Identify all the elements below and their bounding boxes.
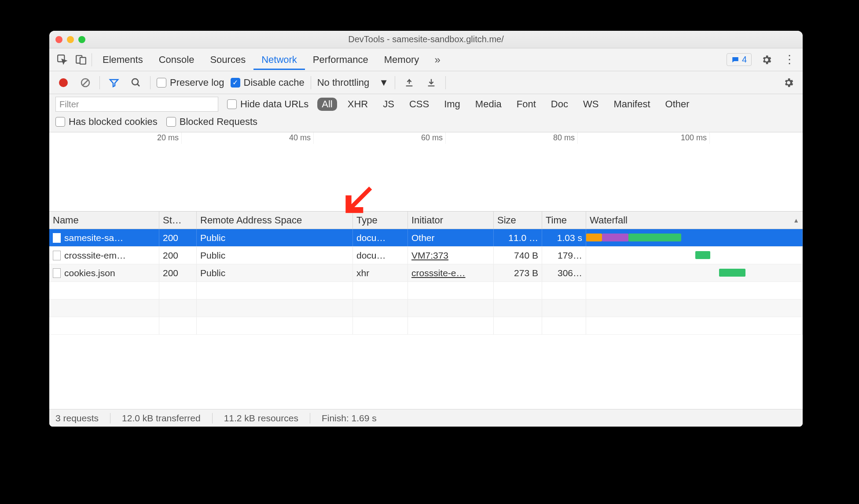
overview-timeline[interactable]: 20 ms40 ms60 ms80 ms100 ms xyxy=(49,132,803,212)
divider xyxy=(99,76,100,89)
tab-elements[interactable]: Elements xyxy=(95,50,151,70)
blocked-requests-checkbox[interactable]: Blocked Requests xyxy=(166,116,257,128)
preserve-log-checkbox[interactable]: Preserve log xyxy=(157,77,224,88)
status-requests: 3 requests xyxy=(55,413,99,424)
timeline-gridline xyxy=(313,132,314,144)
console-messages-count: 4 xyxy=(742,55,747,65)
titlebar: DevTools - samesite-sandbox.glitch.me/ xyxy=(49,31,803,48)
throttling-dropdown[interactable]: No throttling ▼ xyxy=(317,77,389,88)
annotation-arrow-icon xyxy=(340,181,375,216)
close-window-icon[interactable] xyxy=(55,36,62,43)
tab-network[interactable]: Network xyxy=(253,50,305,70)
tab-sources[interactable]: Sources xyxy=(202,50,253,70)
tabs-overflow-icon[interactable]: » xyxy=(430,52,445,68)
col-header-initiator[interactable]: Initiator xyxy=(408,212,494,229)
col-header-size[interactable]: Size xyxy=(494,212,542,229)
divider xyxy=(150,76,151,89)
filter-type-xhr[interactable]: XHR xyxy=(343,98,372,111)
disable-cache-checkbox[interactable]: Disable cache xyxy=(231,77,305,88)
window-title: DevTools - samesite-sandbox.glitch.me/ xyxy=(348,34,503,44)
filter-type-media[interactable]: Media xyxy=(471,98,506,111)
minimize-window-icon[interactable] xyxy=(67,36,74,43)
filter-type-js[interactable]: JS xyxy=(378,98,399,111)
col-header-status[interactable]: St… xyxy=(159,212,197,229)
waterfall-segment xyxy=(602,234,628,241)
empty-row xyxy=(49,317,803,335)
network-grid-body[interactable]: samesite-sa…200Publicdocu…Other11.0 …1.0… xyxy=(49,229,803,409)
cell-initiator[interactable]: VM7:373 xyxy=(408,247,494,264)
zoom-window-icon[interactable] xyxy=(78,36,85,43)
more-menu-icon[interactable]: ⋮ xyxy=(782,52,797,68)
tab-memory[interactable]: Memory xyxy=(376,50,427,70)
console-messages-badge[interactable]: 4 xyxy=(727,53,752,66)
timeline-gridline xyxy=(445,132,446,144)
filter-type-css[interactable]: CSS xyxy=(405,98,433,111)
timeline-gridline xyxy=(577,132,578,144)
record-button[interactable] xyxy=(55,75,71,91)
cell-initiator: Other xyxy=(408,229,494,246)
svg-rect-2 xyxy=(80,57,86,64)
timeline-tick: 100 ms xyxy=(681,133,709,142)
divider xyxy=(311,76,311,89)
timeline-tick: 60 ms xyxy=(421,133,445,142)
cell-name: samesite-sa… xyxy=(49,229,159,246)
clear-button[interactable] xyxy=(77,75,93,91)
window-controls xyxy=(55,36,85,43)
status-finish: Finish: 1.69 s xyxy=(322,413,377,424)
filter-type-img[interactable]: Img xyxy=(440,98,465,111)
cell-ras: Public xyxy=(197,229,353,246)
col-header-name[interactable]: Name xyxy=(49,212,159,229)
filter-type-all[interactable]: All xyxy=(317,98,337,111)
cell-size: 11.0 … xyxy=(494,229,542,246)
settings-icon[interactable] xyxy=(759,52,775,68)
has-blocked-cookies-checkbox[interactable]: Has blocked cookies xyxy=(55,116,158,128)
cell-status: 200 xyxy=(159,264,197,281)
sort-indicator-icon: ▲ xyxy=(793,217,799,224)
cell-name: cookies.json xyxy=(49,264,159,281)
network-settings-icon[interactable] xyxy=(781,75,797,91)
cell-name: crosssite-em… xyxy=(49,247,159,264)
filter-input[interactable]: Filter xyxy=(55,97,218,112)
cell-ras: Public xyxy=(197,264,353,281)
cell-ras: Public xyxy=(197,247,353,264)
export-har-icon[interactable] xyxy=(423,75,439,91)
divider xyxy=(395,76,395,89)
filter-icon[interactable] xyxy=(106,75,122,91)
file-icon xyxy=(53,268,61,278)
divider xyxy=(92,53,92,66)
cell-initiator[interactable]: crosssite-e… xyxy=(408,264,494,281)
cell-status: 200 xyxy=(159,229,197,246)
search-icon[interactable] xyxy=(128,75,144,91)
timeline-tick: 80 ms xyxy=(553,133,577,142)
filter-type-manifest[interactable]: Manifest xyxy=(609,98,654,111)
waterfall-segment xyxy=(628,234,681,241)
status-bar: 3 requests 12.0 kB transferred 11.2 kB r… xyxy=(49,409,803,427)
cell-waterfall xyxy=(586,229,803,246)
col-header-remote-address-space[interactable]: Remote Address Space xyxy=(197,212,353,229)
filter-type-other[interactable]: Other xyxy=(661,98,694,111)
col-header-time[interactable]: Time xyxy=(542,212,586,229)
hide-data-urls-checkbox[interactable]: Hide data URLs xyxy=(227,99,308,110)
request-row[interactable]: cookies.json200Publicxhrcrosssite-e…273 … xyxy=(49,264,803,282)
request-row[interactable]: samesite-sa…200Publicdocu…Other11.0 …1.0… xyxy=(49,229,803,247)
timeline-tick: 40 ms xyxy=(289,133,313,142)
cell-size: 740 B xyxy=(494,247,542,264)
inspect-element-icon[interactable] xyxy=(55,52,70,68)
file-icon xyxy=(53,233,61,243)
import-har-icon[interactable] xyxy=(401,75,417,91)
cell-waterfall xyxy=(586,247,803,264)
filter-type-ws[interactable]: WS xyxy=(579,98,603,111)
timeline-tick: 20 ms xyxy=(157,133,181,142)
tab-performance[interactable]: Performance xyxy=(305,50,376,70)
filter-type-font[interactable]: Font xyxy=(512,98,540,111)
filter-type-doc[interactable]: Doc xyxy=(547,98,573,111)
tab-console[interactable]: Console xyxy=(151,50,202,70)
timeline-gridline xyxy=(709,132,710,144)
device-toolbar-icon[interactable] xyxy=(73,52,89,68)
status-resources: 11.2 kB resources xyxy=(224,413,298,424)
cell-status: 200 xyxy=(159,247,197,264)
waterfall-segment xyxy=(695,251,710,259)
cell-type: docu… xyxy=(353,247,408,264)
col-header-waterfall[interactable]: Waterfall ▲ xyxy=(586,212,803,229)
request-row[interactable]: crosssite-em…200Publicdocu…VM7:373740 B1… xyxy=(49,247,803,264)
